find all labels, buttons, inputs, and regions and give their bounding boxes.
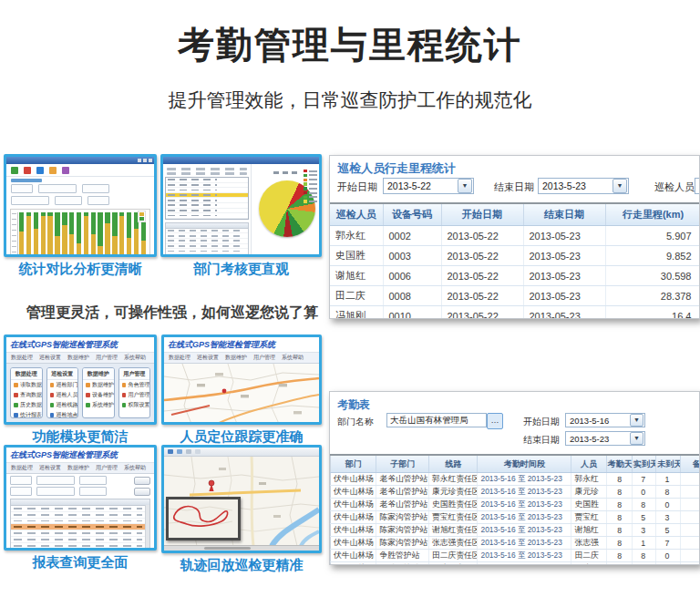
dept-name-input[interactable]: 大岳山国有林管理局 — [386, 413, 487, 427]
column-header: 人员 — [571, 455, 606, 473]
table-row: 伏牛山林场陈家沟管护站谢旭红责任区2013-5-16 至 2013-5-23谢旭… — [331, 524, 700, 537]
chevron-down-icon[interactable]: ▼ — [458, 179, 472, 193]
table-row: 伏牛山林场老爷山管护站史国胜责任区2013-5-16 至 2013-5-23史国… — [331, 499, 700, 511]
filter-input-placeholder[interactable] — [10, 476, 32, 485]
report-row — [11, 519, 149, 525]
filter-input-placeholder[interactable] — [55, 196, 82, 205]
cell: 5 — [656, 524, 680, 537]
module-item-icon — [122, 403, 127, 407]
menu-item[interactable]: 系统帮助 — [124, 464, 146, 472]
export-button[interactable] — [134, 488, 150, 496]
cell: 2013-5-16 至 2013-5-23 — [478, 499, 571, 511]
cell: 8 — [633, 499, 656, 511]
module-item[interactable]: 角色管理 — [119, 380, 150, 390]
zoom-in-icon[interactable] — [168, 449, 173, 454]
cell: 田二庆责任区 — [429, 550, 478, 562]
filter-input-placeholder[interactable] — [38, 184, 77, 193]
cell: 郭永红 — [330, 226, 383, 246]
module-item[interactable]: 历史数据 — [11, 400, 42, 410]
module-item[interactable]: 巡检线路 — [47, 400, 78, 410]
bar-segment-green — [105, 212, 109, 223]
start-date-select[interactable]: 2013-5-22 ▼ — [383, 178, 474, 194]
person-select[interactable]: 全部 — [695, 178, 700, 194]
menu-item[interactable]: 数据处理 — [11, 354, 33, 362]
app-title: 在线式GPS智能巡检管理系统 — [6, 448, 154, 462]
filter-input-placeholder[interactable] — [82, 184, 109, 193]
page: 考勤管理与里程统计 提升管理效能，日常巡查防护工作的规范化 — [0, 0, 700, 597]
start-date-select[interactable]: 2013-5-16 ▼ — [565, 413, 645, 427]
module-item[interactable]: 读取数据 — [11, 380, 42, 390]
feature-thumbnail-pie: 部门考核更直观 — [160, 154, 322, 278]
bar — [77, 212, 81, 255]
module-item[interactable]: 查询数据 — [11, 390, 42, 400]
cell: 8 — [606, 473, 632, 486]
scrollbar[interactable] — [145, 505, 149, 551]
bar-segment-yellow — [112, 236, 117, 255]
filter-input-placeholder[interactable] — [88, 196, 109, 205]
window-titlebar — [163, 157, 319, 164]
menu-item[interactable]: 巡检设置 — [39, 464, 61, 472]
cell: 赵建强 — [571, 562, 606, 566]
cell: 老爷山管护站 — [376, 499, 429, 511]
menu-bar: 数据处理巡检设置数据维护用户管理系统帮助 — [164, 352, 319, 364]
table-row: 伏牛山林场争胜管护站赵建强责任区2013-5-16 至 2013-5-23赵建强… — [331, 562, 700, 566]
list-item[interactable] — [166, 213, 248, 219]
browse-button[interactable]: … — [487, 413, 503, 429]
filter-input-placeholder[interactable] — [11, 196, 49, 205]
filter-input-placeholder[interactable] — [79, 487, 107, 496]
attendance-panel-title: 考勤表 — [330, 392, 699, 413]
end-date-select[interactable]: 2013-5-23 ▼ — [538, 178, 629, 194]
cell — [680, 499, 700, 511]
menu-item[interactable]: 数据维护 — [225, 354, 247, 362]
menu-item[interactable]: 数据处理 — [11, 464, 33, 472]
stats-dashboard-screenshot — [4, 154, 157, 257]
module-item[interactable]: 统计报表 — [11, 410, 42, 418]
module-item[interactable]: 巡检部门 — [47, 380, 78, 390]
menu-item[interactable]: 数据处理 — [169, 354, 190, 362]
cell: 伏牛山林场 — [331, 537, 376, 550]
menu-item[interactable]: 系统帮助 — [124, 354, 146, 362]
cell — [680, 537, 700, 550]
filter-input-placeholder[interactable] — [10, 487, 32, 496]
filter-input-placeholder[interactable] — [79, 476, 107, 485]
horizontal-scrollbar[interactable] — [164, 545, 319, 551]
module-item[interactable]: 数据维护 — [83, 380, 114, 390]
filter-input-placeholder[interactable] — [36, 476, 75, 485]
table-header: 部门子部门线路考勤时间段人员考勤天数实到天数未到天数备注 — [331, 455, 700, 473]
menu-item[interactable]: 巡检设置 — [197, 354, 219, 362]
module-item[interactable]: 设备维护 — [83, 390, 114, 400]
zoom-out-icon[interactable] — [177, 449, 182, 454]
measure-icon[interactable] — [195, 449, 201, 454]
module-item[interactable]: 用户管理 — [119, 390, 150, 400]
cell: 8 — [606, 550, 632, 562]
table-body: 伏牛山林场老爷山管护站郭永红责任区2013-5-16 至 2013-5-23郭永… — [331, 473, 700, 566]
menu-item[interactable]: 用户管理 — [253, 354, 275, 362]
module-item[interactable]: 巡检人员 — [47, 390, 78, 400]
filter-input-placeholder[interactable] — [36, 487, 75, 496]
menu-item[interactable]: 用户管理 — [96, 464, 118, 472]
end-date-select[interactable]: 2013-5-23 ▼ — [565, 431, 645, 446]
menu-item[interactable]: 数据维护 — [67, 464, 89, 472]
menu-item[interactable]: 用户管理 — [96, 354, 118, 362]
pan-icon[interactable] — [186, 449, 191, 454]
department-list[interactable] — [165, 177, 249, 220]
table-row: 史国胜00032013-05-222013-05-239.852 — [330, 246, 700, 266]
cell: 2013-5-16 至 2013-5-23 — [478, 486, 571, 499]
tracking-map[interactable] — [164, 364, 319, 424]
chevron-down-icon[interactable]: ▼ — [630, 432, 643, 445]
chevron-down-icon[interactable]: ▼ — [612, 179, 627, 193]
chevron-down-icon[interactable]: ▼ — [630, 414, 643, 427]
cell: 陈家沟管护站 — [376, 511, 429, 524]
menu-item[interactable]: 巡检设置 — [39, 354, 61, 362]
cell — [680, 562, 700, 566]
module-item[interactable]: 权限设置 — [119, 400, 150, 410]
menu-item[interactable]: 系统帮助 — [282, 354, 304, 362]
filter-input-placeholder[interactable] — [11, 184, 33, 193]
query-button[interactable] — [134, 477, 150, 485]
cell: 谢旭红 — [571, 524, 606, 537]
menu-item[interactable]: 数据维护 — [67, 354, 89, 362]
playback-map[interactable] — [164, 457, 319, 551]
module-item[interactable]: 巡检地点 — [47, 410, 78, 418]
module-card: 巡检设置巡检部门巡检人员巡检线路巡检地点巡检设备巡检计划 — [46, 367, 79, 418]
module-item[interactable]: 系统维护 — [83, 400, 114, 410]
